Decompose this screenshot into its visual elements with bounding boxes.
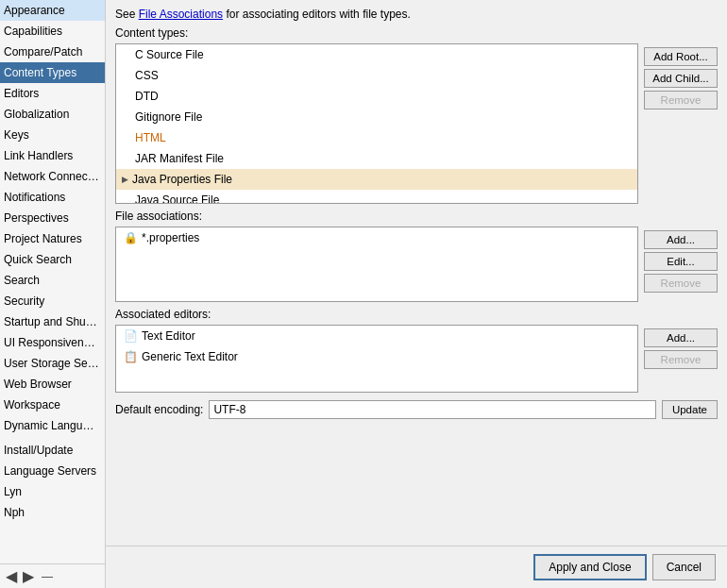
- sidebar-item-label: Content Types: [4, 66, 76, 79]
- sidebar-item-search[interactable]: Search: [0, 270, 105, 291]
- sidebar-item-network-connection[interactable]: Network Connectio…: [0, 166, 105, 187]
- update-encoding-button[interactable]: Update: [662, 400, 718, 419]
- content-type-item-java-source-file[interactable]: Java Source File: [116, 190, 637, 204]
- file-associations-link[interactable]: File Associations: [139, 8, 223, 21]
- sidebar-item-quick-search[interactable]: Quick Search: [0, 249, 105, 270]
- sidebar-item-label: Compare/Patch: [4, 45, 82, 59]
- sidebar-item-label: Web Browser: [4, 378, 72, 391]
- editor-label: Generic Text Editor: [142, 348, 238, 365]
- file-associations-label: File associations:: [115, 210, 718, 223]
- remove-editor-button[interactable]: Remove: [644, 350, 718, 369]
- content-type-item-css[interactable]: CSS: [116, 65, 637, 86]
- sidebar-item-dynamic-languages[interactable]: Dynamic Languages: [0, 415, 105, 436]
- sidebar-item-workspace[interactable]: Workspace: [0, 395, 105, 415]
- content-type-item-jar-manifest-file[interactable]: JAR Manifest File: [116, 148, 637, 169]
- content-type-label: Gitignore File: [135, 109, 202, 126]
- sidebar: AppearanceCapabilitiesCompare/PatchConte…: [0, 0, 106, 588]
- text-editor-icon: 📄: [124, 328, 138, 344]
- file-assoc-buttons: Add... Edit... Remove: [638, 227, 718, 302]
- sidebar-menu-icon[interactable]: —: [42, 570, 53, 583]
- content-type-item-gitignore-file[interactable]: Gitignore File: [116, 107, 637, 127]
- encoding-label: Default encoding:: [115, 403, 203, 416]
- intro-text: See File Associations for associating ed…: [115, 8, 718, 21]
- sidebar-item-web-browser[interactable]: Web Browser: [0, 374, 105, 395]
- file-assoc-list[interactable]: 🔒*.properties: [115, 227, 638, 302]
- sidebar-item-label: Nph: [4, 506, 25, 519]
- sidebar-item-security[interactable]: Security: [0, 291, 105, 311]
- encoding-row: Default encoding: Update: [115, 400, 718, 419]
- sidebar-item-install-update[interactable]: Install/Update: [0, 440, 105, 461]
- content-types-buttons: Add Root... Add Child... Remove: [638, 43, 718, 204]
- sidebar-item-label: Editors: [4, 87, 39, 100]
- content-types-label: Content types:: [115, 26, 718, 40]
- editor-item-generic-text-editor[interactable]: 📋Generic Text Editor: [116, 346, 637, 367]
- sidebar-item-label: Project Natures: [4, 232, 82, 245]
- main-container: AppearanceCapabilitiesCompare/PatchConte…: [0, 0, 727, 588]
- sidebar-item-label: Install/Update: [4, 444, 73, 457]
- add-editor-button[interactable]: Add...: [644, 328, 718, 347]
- file-assoc-item-properties[interactable]: 🔒*.properties: [116, 227, 637, 248]
- sidebar-back-icon[interactable]: ◀: [6, 567, 17, 585]
- generic-editor-icon: 📋: [124, 348, 138, 365]
- sidebar-item-capabilities[interactable]: Capabilities: [0, 21, 105, 42]
- lock-icon: 🔒: [124, 229, 138, 246]
- editor-item-text-editor[interactable]: 📄Text Editor: [116, 326, 637, 346]
- bottom-bar: Apply and Close Cancel: [106, 546, 727, 588]
- sidebar-item-link-handlers[interactable]: Link Handlers: [0, 145, 105, 166]
- edit-assoc-button[interactable]: Edit...: [644, 252, 718, 271]
- sidebar-item-editors[interactable]: Editors: [0, 83, 105, 104]
- encoding-input[interactable]: [209, 400, 656, 419]
- sidebar-item-compare-patch[interactable]: Compare/Patch: [0, 42, 105, 62]
- intro-prefix: See: [115, 8, 139, 21]
- content-type-label: C Source File: [135, 46, 204, 63]
- sidebar-item-label: Network Connectio…: [4, 170, 105, 183]
- sidebar-item-globalization[interactable]: Globalization: [0, 104, 105, 125]
- sidebar-item-notifications[interactable]: Notifications: [0, 187, 105, 208]
- sidebar-forward-icon[interactable]: ▶: [23, 567, 34, 585]
- sidebar-item-label: Globalization: [4, 108, 69, 121]
- sidebar-item-label: Quick Search: [4, 253, 72, 266]
- sidebar-item-ui-responsiveness[interactable]: UI Responsiveness: [0, 332, 105, 353]
- sidebar-item-appearance[interactable]: Appearance: [0, 0, 105, 21]
- sidebar-item-startup-shutdown[interactable]: Startup and Shutdo…: [0, 311, 105, 332]
- sidebar-item-user-storage[interactable]: User Storage Servic…: [0, 353, 105, 374]
- remove-content-type-button[interactable]: Remove: [644, 91, 718, 109]
- sidebar-item-label: Capabilities: [4, 25, 62, 38]
- remove-assoc-button[interactable]: Remove: [644, 274, 718, 293]
- sidebar-item-label: UI Responsiveness: [4, 336, 101, 349]
- sidebar-item-label: Appearance: [4, 4, 65, 17]
- content-type-item-html[interactable]: HTML: [116, 127, 637, 148]
- add-root-button[interactable]: Add Root...: [644, 47, 718, 66]
- sidebar-item-keys[interactable]: Keys: [0, 125, 105, 145]
- content-wrapper: See File Associations for associating ed…: [106, 0, 727, 588]
- content-types-list[interactable]: C Source FileCSSDTDGitignore FileHTMLJAR…: [115, 43, 638, 204]
- sidebar-item-lyn[interactable]: Lyn: [0, 481, 105, 502]
- content-scroll: See File Associations for associating ed…: [106, 0, 727, 546]
- sidebar-item-label: Link Handlers: [4, 149, 73, 162]
- sidebar-item-label: Startup and Shutdo…: [4, 315, 105, 328]
- cancel-button[interactable]: Cancel: [652, 554, 716, 580]
- content-type-label: Java Source File: [135, 192, 219, 204]
- file-associations-section: 🔒*.properties Add... Edit... Remove: [115, 227, 718, 302]
- sidebar-item-project-natures[interactable]: Project Natures: [0, 228, 105, 249]
- apply-close-button[interactable]: Apply and Close: [533, 554, 646, 580]
- add-child-button[interactable]: Add Child...: [644, 69, 718, 88]
- sidebar-item-label: Security: [4, 294, 44, 308]
- content-type-item-java-properties-file[interactable]: ▶Java Properties File: [116, 169, 637, 190]
- sidebar-item-label: Keys: [4, 128, 29, 142]
- sidebar-item-language-servers[interactable]: Language Servers: [0, 461, 105, 481]
- associated-editors-section: 📄Text Editor📋Generic Text Editor Add... …: [115, 325, 718, 393]
- sidebar-item-label: Lyn: [4, 485, 22, 498]
- sidebar-item-content-types[interactable]: Content Types: [0, 62, 105, 83]
- intro-suffix: for associating editors with file types.: [223, 8, 411, 21]
- sidebar-item-nph[interactable]: Nph: [0, 502, 105, 523]
- content-type-item-dtd[interactable]: DTD: [116, 86, 637, 107]
- content-type-item-c-source-file[interactable]: C Source File: [116, 44, 637, 65]
- sidebar-item-perspectives[interactable]: Perspectives: [0, 208, 105, 228]
- content-type-label: Java Properties File: [132, 171, 232, 188]
- content-type-label: JAR Manifest File: [135, 150, 224, 167]
- add-assoc-button[interactable]: Add...: [644, 230, 718, 249]
- editors-list[interactable]: 📄Text Editor📋Generic Text Editor: [115, 325, 638, 393]
- content-type-label: DTD: [135, 88, 159, 105]
- sidebar-item-label: User Storage Servic…: [4, 357, 105, 370]
